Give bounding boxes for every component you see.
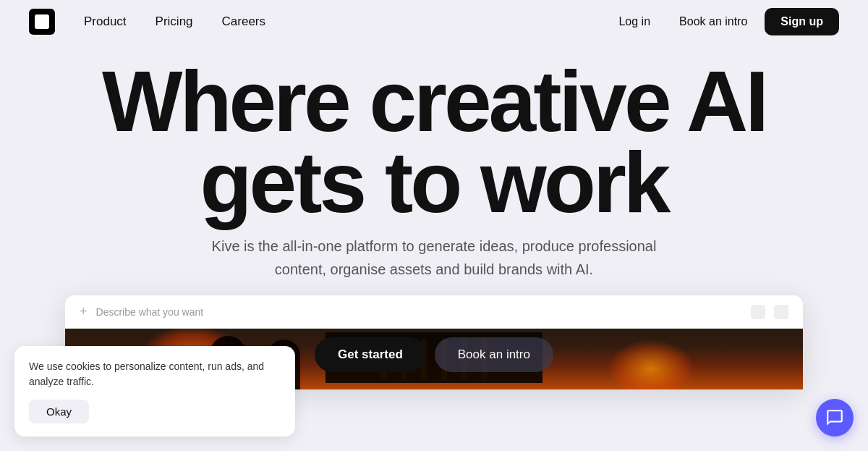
logo-mark <box>35 14 49 29</box>
toolbar-prompt-input[interactable]: Describe what you want <box>96 306 742 318</box>
chat-icon <box>825 408 844 427</box>
toolbar-plus-icon: + <box>80 304 88 319</box>
login-button[interactable]: Log in <box>607 9 662 34</box>
hero-title-line2: gets to work <box>200 135 668 230</box>
book-intro-nav-button[interactable]: Book an intro <box>668 9 759 34</box>
nav-right: Log in Book an intro Sign up <box>607 8 839 35</box>
cookie-okay-button[interactable]: Okay <box>29 400 89 423</box>
toolbar-icons <box>751 305 788 319</box>
logo[interactable] <box>29 9 55 35</box>
chat-button[interactable] <box>816 399 854 437</box>
nav-careers[interactable]: Careers <box>210 9 277 35</box>
nav-left: Product Pricing Careers <box>29 9 277 35</box>
hero-subtitle: Kive is the all-in-one platform to gener… <box>203 235 665 281</box>
signup-button[interactable]: Sign up <box>765 8 839 35</box>
hero-title: Where creative AI gets to work <box>0 61 868 223</box>
fire-glow-2 <box>608 340 694 389</box>
nav-product[interactable]: Product <box>72 9 138 35</box>
toolbar-menu-icon[interactable] <box>774 305 788 319</box>
nav-pricing[interactable]: Pricing <box>144 9 205 35</box>
app-toolbar: + Describe what you want <box>65 295 803 329</box>
toolbar-loop-icon[interactable] <box>751 305 765 319</box>
hero-section: Where creative AI gets to work Kive is t… <box>0 43 868 281</box>
cookie-text: We use cookies to personalize content, r… <box>29 359 281 389</box>
cta-area: Get started Book an intro <box>315 337 553 372</box>
cookie-banner: We use cookies to personalize content, r… <box>14 346 295 437</box>
book-intro-cta-button[interactable]: Book an intro <box>435 337 553 372</box>
get-started-button[interactable]: Get started <box>315 337 426 372</box>
navbar: Product Pricing Careers Log in Book an i… <box>0 0 868 43</box>
